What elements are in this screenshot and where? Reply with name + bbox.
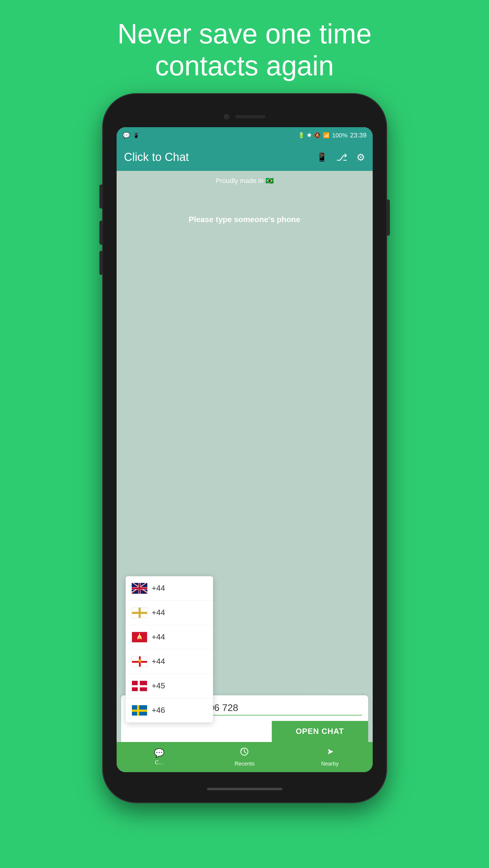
dropdown-item-sweden[interactable]: +46 (126, 698, 213, 722)
camera-dot (224, 114, 229, 119)
speaker-bar (235, 115, 265, 118)
open-chat-button[interactable]: OPEN CHAT (272, 721, 368, 742)
country-dropdown[interactable]: +44 (126, 576, 213, 722)
flag-guernsey (132, 607, 147, 618)
time-display: 23:39 (350, 131, 366, 139)
mute-icon: 🔕 (314, 132, 321, 138)
proudly-text: Proudly made in 🇧🇷 (117, 177, 373, 185)
app-bar: Click to Chat 📱 ⎇ ⚙ (117, 144, 373, 171)
dropdown-code-sweden: +46 (152, 706, 165, 715)
open-chat-row: OPEN CHAT (117, 721, 373, 742)
phone-screen: 💬 📱 🔋 ✱ 🔕 📶 100% 23:39 Click to Chat 📱 (117, 127, 373, 772)
dropdown-code-denmark: +45 (152, 681, 165, 690)
dropdown-code-uk: +44 (152, 584, 165, 593)
phone-body: 💬 📱 🔋 ✱ 🔕 📶 100% 23:39 Click to Chat 📱 (103, 94, 386, 802)
nearby-nav-label: Nearby (321, 761, 339, 767)
phone-device: 💬 📱 🔋 ✱ 🔕 📶 100% 23:39 Click to Chat 📱 (103, 94, 386, 802)
nav-item-chat[interactable]: 💬 C... (117, 742, 202, 772)
flag-jersey (132, 656, 147, 667)
chat-nav-label: C... (155, 760, 163, 766)
please-type-text: Please type someone's phone (117, 215, 373, 224)
screen-share-icon[interactable]: 📱 (317, 152, 327, 162)
svg-rect-12 (139, 612, 140, 615)
recents-nav-icon (240, 747, 249, 758)
main-content-area: Proudly made in 🇧🇷 Please type someone's… (117, 171, 373, 772)
settings-icon[interactable]: ⚙ (356, 152, 365, 163)
input-spacer (121, 721, 272, 742)
svg-rect-11 (132, 612, 147, 614)
svg-rect-8 (132, 587, 147, 589)
svg-marker-41 (328, 749, 333, 754)
svg-rect-10 (139, 608, 141, 618)
phone-notch (215, 111, 275, 123)
wifi-icon: 📶 (323, 132, 330, 138)
dropdown-code-jersey: +44 (152, 657, 165, 666)
flag-sweden (132, 705, 147, 716)
dropdown-item-uk[interactable]: +44 (126, 576, 213, 601)
svg-rect-9 (132, 608, 147, 618)
svg-line-39 (244, 752, 246, 753)
app-bar-icons: 📱 ⎇ ⚙ (317, 152, 365, 163)
status-left: 💬 📱 (123, 132, 139, 139)
flag-denmark (132, 681, 147, 691)
bluetooth-icon: ✱ (307, 132, 312, 138)
svg-rect-27 (132, 710, 147, 712)
share-icon[interactable]: ⎇ (336, 152, 348, 163)
status-bar: 💬 📱 🔋 ✱ 🔕 📶 100% 23:39 (117, 127, 373, 144)
headline-text: Never save one time contacts again (118, 18, 372, 82)
nearby-nav-icon (325, 747, 334, 758)
flag-iom (132, 632, 147, 643)
phone-status-icon: 📱 (133, 133, 139, 138)
dropdown-item-iom[interactable]: +44 (126, 625, 213, 650)
nav-item-nearby[interactable]: Nearby (287, 742, 372, 772)
flag-uk-svg (132, 583, 147, 594)
status-right: 🔋 ✱ 🔕 📶 100% 23:39 (298, 131, 366, 139)
dropdown-item-denmark[interactable]: +45 (126, 674, 213, 698)
svg-rect-24 (132, 685, 147, 687)
phone-bottom-bar (207, 788, 282, 790)
dropdown-code-guernsey: +44 (152, 608, 165, 617)
nav-item-recents[interactable]: Recents (202, 742, 287, 772)
dropdown-code-iom: +44 (152, 632, 165, 642)
battery-percent: 100% (332, 132, 348, 139)
message-status-icon: 💬 (123, 132, 130, 139)
dropdown-item-jersey[interactable]: +44 (126, 650, 213, 674)
recents-nav-label: Recents (234, 761, 254, 767)
app-title: Click to Chat (124, 151, 317, 164)
bottom-navigation: 💬 C... Recen (117, 742, 373, 772)
dropdown-item-guernsey[interactable]: +44 (126, 601, 213, 625)
battery-icon: 🔋 (298, 132, 304, 138)
headline: Never save one time contacts again (93, 0, 396, 94)
chat-nav-icon: 💬 (154, 748, 164, 758)
